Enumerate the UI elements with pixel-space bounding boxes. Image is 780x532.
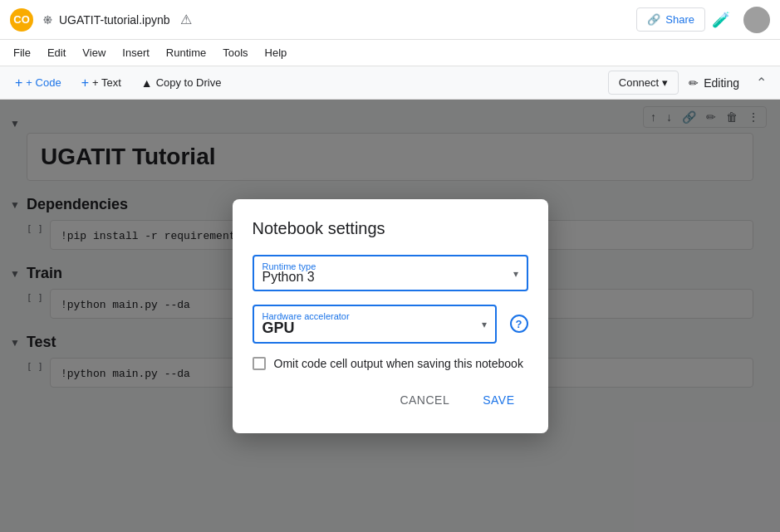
editing-label-text: Editing [704,76,739,90]
menu-view[interactable]: View [76,43,112,62]
menu-insert[interactable]: Insert [115,43,156,62]
modal-overlay: Notebook settings Runtime type Python 3 … [0,100,780,532]
share-button[interactable]: 🔗 Share [636,7,705,32]
hardware-value: GPU [262,320,482,337]
omit-output-checkbox[interactable] [253,357,266,370]
add-code-button[interactable]: + + Code [7,71,70,95]
runtime-dropdown-arrow: ▾ [513,268,518,280]
copy-drive-label: Copy to Drive [156,76,222,89]
plus-icon: + [15,76,22,90]
colab-logo: CO [10,8,33,32]
hardware-dropdown-arrow: ▾ [482,319,487,330]
chevron-up-icon[interactable]: ⌃ [749,71,773,94]
connect-button[interactable]: Connect ▾ [608,71,679,95]
menu-edit[interactable]: Edit [41,43,72,62]
menu-tools[interactable]: Tools [216,43,254,62]
dialog-title: Notebook settings [253,219,528,238]
warning-icon: ⚠ [180,12,192,27]
menu-help[interactable]: Help [258,43,294,62]
runtime-type-label: Runtime type [261,261,318,271]
link-icon: 🔗 [647,13,660,26]
menu-runtime[interactable]: Runtime [159,43,213,62]
drive-icon: ▲ [141,76,153,90]
toolbar: + + Code + + Text ▲ Copy to Drive Connec… [0,66,780,100]
cancel-button[interactable]: CANCEL [386,387,463,413]
runtime-type-group: Runtime type Python 3 ▾ [253,255,528,291]
save-button[interactable]: SAVE [469,387,527,413]
hardware-accelerator-group: Hardware accelerator GPU ▾ ? [253,305,528,344]
add-text-label: + Text [92,76,121,89]
connect-label: Connect [619,76,659,89]
copy-to-drive-button[interactable]: ▲ Copy to Drive [133,71,230,95]
notebook-content: ↑ ↓ 🔗 ✏ 🗑 ⋮ ▼ UGATIT Tutorial ▼ Dependen… [0,100,780,532]
omit-output-label: Omit code cell output when saving this n… [274,357,523,370]
file-title: UGATIT-tutorial.ipynb [59,13,170,27]
avatar[interactable] [743,7,770,33]
help-icon[interactable]: ? [510,315,528,333]
menu-file[interactable]: File [7,43,37,62]
pencil-icon: ✏ [689,76,699,90]
notebook-settings-dialog: Notebook settings Runtime type Python 3 … [233,199,548,433]
share-label: Share [665,13,694,26]
dropdown-arrow-connect: ▾ [662,76,668,89]
plus-icon-text: + [81,76,89,90]
add-code-label: + Code [26,76,61,89]
runtime-type-select[interactable]: Python 3 ▾ [253,255,528,291]
runtime-type-value: Python 3 [262,270,513,285]
github-icon: ⎈ [43,11,52,28]
editing-status: ✏ Editing [682,73,746,93]
top-bar: CO ⎈ UGATIT-tutorial.ipynb ⚠ 🔗 Share 🧪 [0,0,780,40]
menu-bar: File Edit View Insert Runtime Tools Help [0,40,780,66]
omit-output-checkbox-row: Omit code cell output when saving this n… [253,357,528,370]
dialog-actions: CANCEL SAVE [253,387,528,413]
flask-icon: 🧪 [712,11,730,29]
add-text-button[interactable]: + + Text [73,71,130,95]
hardware-label: Hardware accelerator [261,311,351,321]
